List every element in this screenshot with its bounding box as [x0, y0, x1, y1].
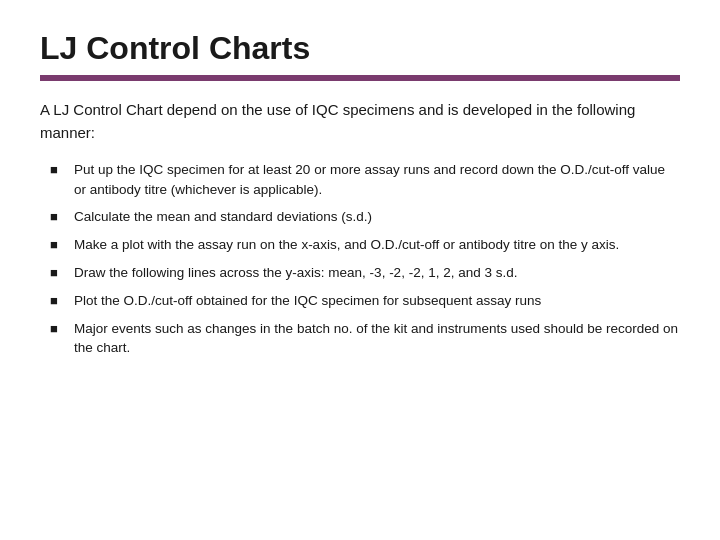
bullet-text-3: Make a plot with the assay run on the x-… [74, 235, 680, 255]
bullet-text-5: Plot the O.D./cut-off obtained for the I… [74, 291, 680, 311]
bullet-icon-4: ■ [50, 264, 68, 283]
bullet-item-2: ■Calculate the mean and standard deviati… [50, 207, 680, 227]
bullet-icon-6: ■ [50, 320, 68, 339]
page-title: LJ Control Charts [40, 30, 680, 67]
bullet-text-4: Draw the following lines across the y-ax… [74, 263, 680, 283]
bullet-list: ■Put up the IQC specimen for at least 20… [40, 160, 680, 366]
bullet-icon-1: ■ [50, 161, 68, 180]
bullet-text-6: Major events such as changes in the batc… [74, 319, 680, 358]
bullet-icon-2: ■ [50, 208, 68, 227]
bullet-icon-3: ■ [50, 236, 68, 255]
bullet-icon-5: ■ [50, 292, 68, 311]
bullet-text-1: Put up the IQC specimen for at least 20 … [74, 160, 680, 199]
bullet-item-3: ■Make a plot with the assay run on the x… [50, 235, 680, 255]
intro-paragraph: A LJ Control Chart depend on the use of … [40, 99, 680, 144]
page-container: LJ Control Charts A LJ Control Chart dep… [0, 0, 720, 540]
accent-bar [40, 75, 680, 81]
bullet-item-4: ■Draw the following lines across the y-a… [50, 263, 680, 283]
bullet-item-6: ■Major events such as changes in the bat… [50, 319, 680, 358]
bullet-item-5: ■Plot the O.D./cut-off obtained for the … [50, 291, 680, 311]
bullet-item-1: ■Put up the IQC specimen for at least 20… [50, 160, 680, 199]
bullet-text-2: Calculate the mean and standard deviatio… [74, 207, 680, 227]
